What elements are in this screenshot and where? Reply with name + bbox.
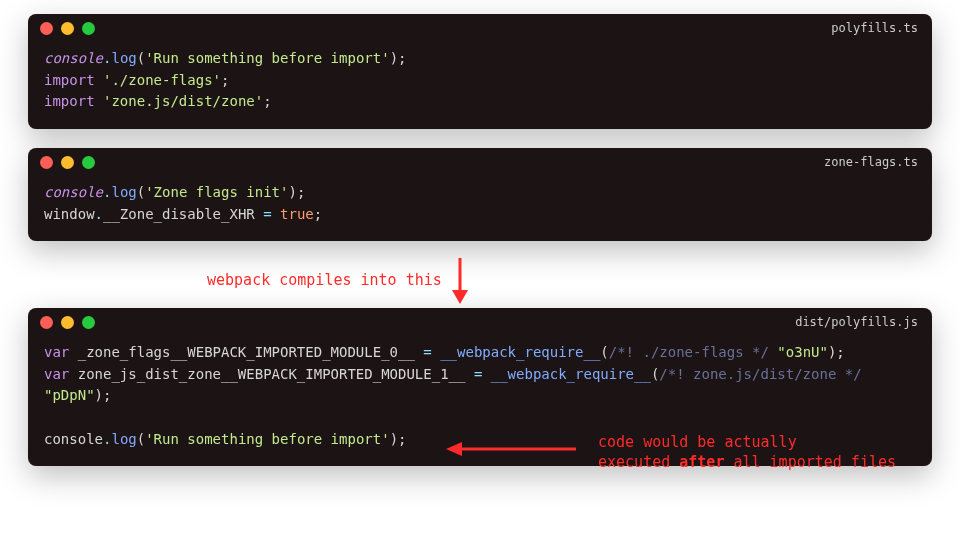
svg-marker-3 <box>446 442 462 456</box>
titlebar: dist/polyfills.js <box>28 308 932 336</box>
svg-marker-1 <box>452 290 468 304</box>
annotation-execution-note: code would be actually executed after al… <box>598 432 896 473</box>
minimize-icon <box>61 316 74 329</box>
titlebar: polyfills.ts <box>28 14 932 42</box>
minimize-icon <box>61 156 74 169</box>
code-window-zone-flags-ts: zone-flags.ts console.log('Zone flags in… <box>28 148 932 241</box>
annotation-compile: webpack compiles into this <box>207 271 442 289</box>
filename-label: dist/polyfills.js <box>795 315 918 329</box>
zoom-icon <box>82 156 95 169</box>
zoom-icon <box>82 316 95 329</box>
code-window-polyfills-ts: polyfills.ts console.log('Run something … <box>28 14 932 129</box>
code-block: console.log('Zone flags init'); window._… <box>28 176 932 241</box>
filename-label: zone-flags.ts <box>824 155 918 169</box>
close-icon <box>40 316 53 329</box>
traffic-lights <box>40 316 95 329</box>
traffic-lights <box>40 156 95 169</box>
filename-label: polyfills.ts <box>831 21 918 35</box>
arrow-left-icon <box>446 441 576 460</box>
close-icon <box>40 22 53 35</box>
close-icon <box>40 156 53 169</box>
traffic-lights <box>40 22 95 35</box>
zoom-icon <box>82 22 95 35</box>
titlebar: zone-flags.ts <box>28 148 932 176</box>
minimize-icon <box>61 22 74 35</box>
code-block: console.log('Run something before import… <box>28 42 932 129</box>
arrow-down-icon <box>450 258 470 307</box>
